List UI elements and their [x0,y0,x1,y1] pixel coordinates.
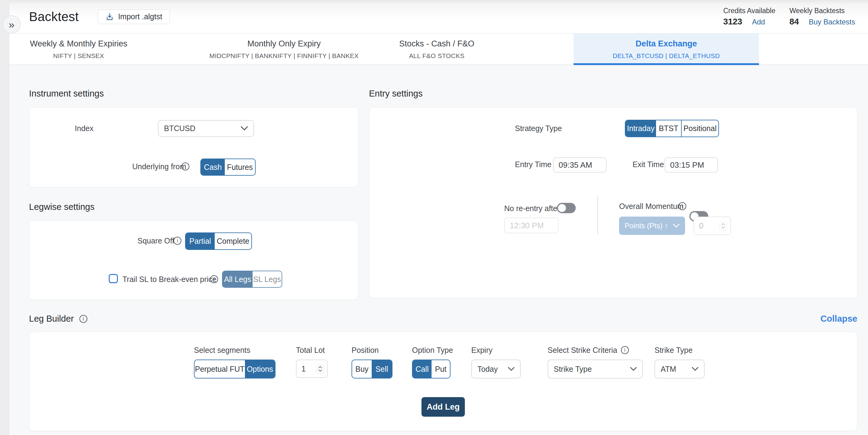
option-type-toggle: Call Put [412,360,451,378]
trail-sl-checkbox[interactable] [109,274,118,283]
spinner-arrows[interactable] [316,365,324,373]
square-off-complete-option[interactable]: Complete [215,233,251,249]
no-reentry-toggle-switch[interactable] [557,203,576,213]
index-select[interactable]: BTCUSD [158,120,254,137]
add-credits-link[interactable]: Add [752,18,765,26]
info-icon[interactable]: i [80,315,87,323]
exit-time-input[interactable] [664,157,718,173]
position-toggle: Buy Sell [351,360,393,378]
tab-title: Weekly & Monthly Expiries [18,39,139,49]
options-option[interactable]: Options [245,360,275,378]
chevron-up-icon [318,366,322,368]
collapse-link[interactable]: Collapse [820,314,857,324]
segments-toggle: Perpetual FUT Options [194,360,276,378]
strike-type-select[interactable]: ATM [654,360,705,378]
chevron-up-icon [721,223,725,225]
account-stats: Credits Available 3123 Add Weekly Backte… [723,7,868,27]
overall-momentum-label: Overall Momentum [619,201,684,211]
double-chevron-right-icon: » [9,19,15,31]
left-rail: » [0,0,9,435]
strike-type-label: Strike Type [654,345,705,355]
tab-weekly-monthly-expiries[interactable]: Weekly & Monthly Expiries NIFTY | SENSEX [18,34,139,64]
trail-sl-legs-option[interactable]: SL Legs [253,271,282,287]
left-column: Instrument settings Index BTCUSD Underly… [29,65,358,300]
momentum-value-spinner[interactable]: 0 [693,217,731,235]
strategy-type-label: Strategy Type [515,124,562,133]
chevron-down-icon [508,367,515,371]
strike-type-field: Strike Type ATM [654,345,705,378]
strike-criteria-select[interactable]: Strike Type [548,360,643,378]
entry-time-input[interactable] [553,157,607,173]
legwise-settings-heading: Legwise settings [29,202,358,212]
sidebar-expand-button[interactable]: » [2,15,21,34]
strategy-positional-option[interactable]: Positional [681,120,718,136]
total-lot-value: 1 [302,365,306,373]
strike-criteria-field: Select Strike Criteria i Strike Type [548,345,643,378]
info-icon[interactable]: i [678,202,686,210]
square-off-partial-option[interactable]: Partial [186,233,215,249]
expiry-select[interactable]: Today [471,360,521,378]
info-icon[interactable]: i [210,275,218,283]
total-lot-spinner[interactable]: 1 [296,360,328,378]
import-download-icon [105,12,114,21]
right-column: Entry settings Strategy Type Intraday BT… [369,65,857,300]
underlying-from-toggle: Cash Futures [200,159,256,176]
tab-monthly-only-expiry[interactable]: Monthly Only Expiry MIDCPNIFTY | BANKNIF… [198,34,370,64]
entry-time-label: Entry Time [515,160,551,169]
page-title: Backtest [29,9,79,24]
square-off-label: Square Off [137,236,174,245]
strategy-type-toggle: Intraday BTST Positional [625,120,719,137]
perpetual-fut-option[interactable]: Perpetual FUT [194,360,245,378]
info-icon[interactable]: i [621,346,629,354]
momentum-type-select[interactable]: Points (Pts) ↑ [619,217,685,235]
tab-title: Stocks - Cash / F&O [373,39,501,49]
square-off-toggle: Partial Complete [185,232,252,250]
tab-subtitle: DELTA_BTCUSD | DELTA_ETHUSD [574,52,759,60]
tab-stocks-cash-fo[interactable]: Stocks - Cash / F&O ALL F&O STOCKS [373,34,501,64]
chevron-down-icon [241,126,248,131]
expiry-value: Today [477,365,498,374]
chevron-down-icon [630,367,637,371]
credits-value: 3123 [723,17,742,27]
strategy-btst-option[interactable]: BTST [656,120,681,136]
put-option[interactable]: Put [432,360,450,378]
call-option[interactable]: Call [413,360,432,378]
strategy-intraday-option[interactable]: Intraday [625,120,656,136]
add-leg-button[interactable]: Add Leg [422,397,465,417]
underlying-cash-option[interactable]: Cash [201,159,225,175]
spinner-arrows[interactable] [719,221,727,230]
chevron-down-icon [318,369,322,372]
leg-builder-header: Leg Builder i Collapse [29,314,857,324]
import-button-label: Import .algtst [118,12,162,21]
strike-criteria-label: Select Strike Criteria [548,345,617,355]
tab-delta-exchange[interactable]: Delta Exchange DELTA_BTCUSD | DELTA_ETHU… [574,34,759,64]
index-label: Index [60,124,93,133]
info-icon[interactable]: i [181,162,189,170]
leg-builder-heading: Leg Builder [29,314,74,324]
info-icon[interactable]: i [174,237,181,245]
underlying-futures-option[interactable]: Futures [225,159,255,175]
import-algtst-button[interactable]: Import .algtst [98,9,170,24]
buy-backtests-link[interactable]: Buy Backtests [809,18,855,26]
chevron-down-icon [692,367,699,371]
instrument-tabs: Weekly & Monthly Expiries NIFTY | SENSEX… [9,34,868,65]
position-field: Position Buy Sell [351,345,393,378]
section-divider [597,196,598,234]
entry-settings-card: Strategy Type Intraday BTST Positional E… [369,107,857,298]
top-bar: Backtest Import .algtst Credits Availabl… [9,0,868,34]
weekly-backtests-value: 84 [789,17,799,27]
tab-title: Monthly Only Expiry [198,39,370,49]
sell-option[interactable]: Sell [372,360,392,378]
chevron-down-icon [721,226,725,229]
expiry-label: Expiry [471,345,521,355]
strike-criteria-value: Strike Type [554,365,592,374]
instrument-settings-heading: Instrument settings [29,89,358,99]
no-reentry-time-input[interactable] [504,218,559,234]
buy-option[interactable]: Buy [352,360,372,378]
trail-all-legs-option[interactable]: All Legs [223,271,253,287]
index-select-value: BTCUSD [164,124,195,133]
main-panel: Backtest Import .algtst Credits Availabl… [9,0,868,435]
weekly-backtests-block: Weekly Backtests 84 Buy Backtests [789,7,855,27]
tab-subtitle: MIDCPNIFTY | BANKNIFTY | FINNIFTY | BANK… [198,52,370,60]
legwise-settings-card: Square Off i Partial Complete Trail SL t… [29,221,358,300]
